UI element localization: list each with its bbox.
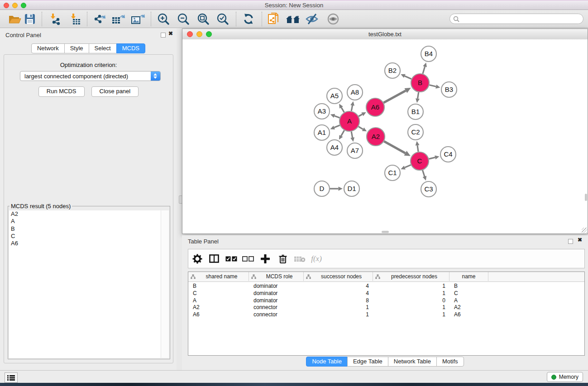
edge-B-B1[interactable] [416, 92, 420, 103]
column-header-name[interactable]: name [449, 272, 488, 281]
run-mcds-button[interactable]: Run MCDS [38, 86, 85, 97]
tab-select[interactable]: Select [89, 43, 117, 53]
close-panel-icon[interactable]: ✖ [168, 30, 173, 37]
edge-A-A2[interactable] [359, 127, 367, 132]
node-B3[interactable]: B3 [441, 82, 457, 97]
mcds-result-list[interactable]: A2ABCA6 [9, 210, 161, 358]
table-options-button[interactable] [190, 249, 205, 268]
result-scrollbar[interactable] [161, 210, 169, 358]
result-item[interactable]: B [9, 225, 161, 233]
node-A3[interactable]: A3 [314, 104, 330, 119]
new-network-from-selection-button[interactable] [266, 12, 282, 26]
import-network-button[interactable] [47, 12, 62, 26]
table-row[interactable]: Cdominator41C [188, 290, 584, 297]
export-table-button[interactable] [111, 12, 126, 26]
result-item[interactable]: A2 [9, 210, 161, 218]
tab-edge-table[interactable]: Edge Table [347, 357, 388, 367]
node-A1[interactable]: A1 [314, 125, 330, 140]
edge-C-C2[interactable] [416, 141, 420, 152]
export-image-button[interactable] [130, 12, 146, 26]
save-session-button[interactable] [22, 12, 38, 26]
node-B4[interactable]: B4 [421, 46, 436, 62]
node-D[interactable]: D [314, 181, 330, 196]
node-A6[interactable]: A6 [366, 98, 384, 116]
tab-node-table[interactable]: Node Table [306, 357, 348, 367]
select-all-columns-button[interactable] [224, 249, 239, 268]
node-C2[interactable]: C2 [408, 124, 423, 140]
edge-C-C3[interactable] [422, 170, 426, 181]
memory-button[interactable]: Memory [547, 372, 583, 382]
tab-network[interactable]: Network [31, 43, 65, 53]
tab-style[interactable]: Style [64, 43, 89, 53]
float-panel-icon[interactable] [161, 33, 166, 38]
close-panel-icon[interactable]: ✖ [578, 237, 582, 243]
tab-network-table[interactable]: Network Table [388, 357, 437, 367]
edge-C-C4[interactable] [429, 155, 439, 159]
search-input[interactable] [449, 14, 583, 24]
export-network-button[interactable] [91, 12, 107, 26]
task-history-button[interactable] [5, 372, 18, 383]
unselect-all-columns-button[interactable] [240, 249, 256, 268]
edge-B-B3[interactable] [429, 85, 440, 89]
network-window-titlebar[interactable]: testGlobe.txt [182, 29, 588, 40]
resize-grip[interactable] [582, 228, 587, 233]
delete-column-button[interactable] [275, 249, 291, 268]
result-item[interactable]: A [9, 218, 161, 225]
zoom-in-button[interactable] [156, 12, 171, 26]
node-A8[interactable]: A8 [347, 85, 363, 100]
node-B2[interactable]: B2 [385, 63, 400, 78]
edge-A-A3[interactable] [330, 114, 340, 118]
node-C3[interactable]: C3 [421, 181, 436, 197]
criterion-dropdown[interactable]: largest connected component (directed) [20, 71, 161, 81]
edge-A2-C[interactable] [384, 141, 411, 156]
edge-B-B4[interactable] [423, 62, 427, 74]
node-A4[interactable]: A4 [327, 140, 342, 155]
tab-motifs[interactable]: Motifs [436, 357, 464, 367]
node-table[interactable]: shared nameMCDS rolesuccessor nodesprede… [188, 272, 585, 356]
column-header-shared-name[interactable]: shared name [188, 272, 249, 281]
birds-eye-view-button[interactable] [325, 12, 341, 26]
zoom-selected-button[interactable] [215, 12, 230, 26]
column-header-MCDS-role[interactable]: MCDS role [249, 272, 304, 281]
column-header-successor-nodes[interactable]: successor nodes [304, 272, 373, 281]
show-column-button[interactable] [206, 249, 222, 268]
tab-mcds[interactable]: MCDS [116, 43, 145, 53]
horizontal-scrollbar-thumb[interactable] [382, 231, 389, 233]
close-panel-button[interactable]: Close panel [91, 86, 139, 97]
edge-D-D1[interactable] [330, 187, 343, 191]
edge-A-A8[interactable] [350, 101, 354, 111]
apply-layout-button[interactable] [241, 12, 256, 26]
zoom-out-button[interactable] [176, 12, 191, 26]
float-panel-icon[interactable] [568, 239, 573, 244]
node-A5[interactable]: A5 [327, 88, 342, 104]
import-table-button[interactable] [67, 12, 83, 26]
edge-A-A7[interactable] [350, 132, 354, 142]
edge-C-C1[interactable] [401, 165, 411, 169]
add-column-button[interactable] [258, 249, 273, 268]
zoom-fit-button[interactable] [196, 12, 211, 26]
network-canvas[interactable]: B4B2BB3A8A5A6A3B1AA1C2A2A4A7C4CC1C3DD1 [182, 39, 588, 234]
column-header-predecessor-nodes[interactable]: predecessor nodes [373, 272, 449, 281]
edge-A-A1[interactable] [330, 125, 340, 129]
table-row[interactable]: Adominator80A [188, 297, 584, 304]
node-C1[interactable]: C1 [385, 165, 400, 181]
node-D1[interactable]: D1 [344, 181, 359, 196]
edge-B-B2[interactable] [401, 74, 411, 79]
node-A2[interactable]: A2 [367, 128, 385, 146]
edge-A-A6[interactable] [359, 112, 366, 116]
function-builder-button[interactable]: f(x) [309, 249, 324, 268]
result-item[interactable]: A6 [9, 240, 161, 247]
table-row[interactable]: Bdominator41B [188, 282, 584, 290]
node-B[interactable]: B [411, 74, 429, 92]
node-A7[interactable]: A7 [347, 143, 363, 158]
edge-A-A5[interactable] [339, 104, 344, 112]
node-C[interactable]: C [411, 152, 429, 170]
first-neighbors-button[interactable] [285, 12, 301, 26]
open-session-button[interactable] [7, 12, 23, 26]
graphics-details-button[interactable] [304, 12, 320, 26]
result-item[interactable]: C [9, 233, 161, 240]
node-C4[interactable]: C4 [440, 147, 456, 162]
edge-A6-B[interactable] [383, 88, 411, 103]
node-B1[interactable]: B1 [408, 104, 423, 119]
table-row[interactable]: A6connector11A6 [188, 311, 584, 318]
